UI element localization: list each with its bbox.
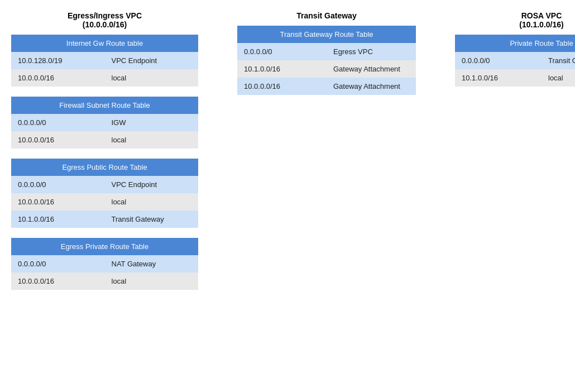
target-cell: Transit Gateway: [542, 52, 575, 69]
internet-gw-header: Internet Gw Route table: [11, 35, 198, 52]
table-row: 10.0.0.0/16 local: [11, 193, 198, 211]
private-route-table: Private Route Table 0.0.0.0/0 Transit Ga…: [455, 35, 575, 87]
cidr-cell: 10.0.0.0/16: [11, 273, 105, 290]
target-cell: local: [105, 193, 199, 211]
egress-ingress-vpc-header: Egress/Ingress VPC (10.0.0.0/16): [11, 11, 198, 29]
target-cell: local: [105, 273, 199, 290]
target-cell: VPC Endpoint: [105, 52, 199, 69]
table-row: 0.0.0.0/0 VPC Endpoint: [11, 176, 198, 193]
firewall-subnet-header: Firewall Subnet Route Table: [11, 97, 198, 114]
cidr-cell: 10.1.0.0/16: [11, 211, 105, 228]
table-row: 0.0.0.0/0 Egress VPC: [237, 43, 416, 60]
table-row: 10.1.0.0/16 local: [455, 69, 575, 87]
transit-gateway-route-table: Transit Gateway Route Table 0.0.0.0/0 Eg…: [237, 26, 416, 95]
cidr-cell: 0.0.0.0/0: [237, 43, 327, 60]
firewall-subnet-route-table: Firewall Subnet Route Table 0.0.0.0/0 IG…: [11, 97, 198, 149]
table-row: 10.0.0.0/16 local: [11, 69, 198, 87]
egress-private-route-table: Egress Private Route Table 0.0.0.0/0 NAT…: [11, 238, 198, 290]
table-row: 10.0.128.0/19 VPC Endpoint: [11, 52, 198, 69]
target-cell: VPC Endpoint: [105, 176, 199, 193]
table-row: 0.0.0.0/0 IGW: [11, 114, 198, 131]
private-route-header: Private Route Table: [455, 35, 575, 52]
cidr-cell: 10.0.0.0/16: [11, 69, 105, 87]
internet-gw-route-table: Internet Gw Route table 10.0.128.0/19 VP…: [11, 35, 198, 87]
table-row: 0.0.0.0/0 NAT Gateway: [11, 255, 198, 273]
table-row: 10.0.0.0/16 local: [11, 131, 198, 149]
target-cell: Transit Gateway: [105, 211, 199, 228]
transit-gw-route-header: Transit Gateway Route Table: [237, 26, 416, 43]
transit-gateway-header: Transit Gateway: [237, 11, 416, 20]
cidr-cell: 10.1.0.0/16: [237, 60, 327, 78]
cidr-cell: 0.0.0.0/0: [11, 255, 105, 273]
target-cell: Egress VPC: [327, 43, 416, 60]
cidr-cell: 10.1.0.0/16: [455, 69, 542, 87]
egress-public-route-table: Egress Public Route Table 0.0.0.0/0 VPC …: [11, 159, 198, 228]
cidr-cell: 0.0.0.0/0: [11, 114, 105, 131]
target-cell: local: [105, 131, 199, 149]
cidr-cell: 10.0.0.0/16: [11, 131, 105, 149]
egress-private-header: Egress Private Route Table: [11, 238, 198, 255]
table-row: 0.0.0.0/0 Transit Gateway: [455, 52, 575, 69]
cidr-cell: 0.0.0.0/0: [455, 52, 542, 69]
table-row: 10.1.0.0/16 Gateway Attachment: [237, 60, 416, 78]
cidr-cell: 10.0.128.0/19: [11, 52, 105, 69]
cidr-cell: 0.0.0.0/0: [11, 176, 105, 193]
target-cell: Gateway Attachment: [327, 60, 416, 78]
table-row: 10.1.0.0/16 Transit Gateway: [11, 211, 198, 228]
target-cell: local: [105, 69, 199, 87]
target-cell: NAT Gateway: [105, 255, 199, 273]
target-cell: local: [542, 69, 575, 87]
table-row: 10.0.0.0/16 local: [11, 273, 198, 290]
rosa-vpc-header: ROSA VPC (10.1.0.0/16): [455, 11, 575, 29]
target-cell: Gateway Attachment: [327, 78, 416, 95]
egress-public-header: Egress Public Route Table: [11, 159, 198, 176]
table-row: 10.0.0.0/16 Gateway Attachment: [237, 78, 416, 95]
cidr-cell: 10.0.0.0/16: [237, 78, 327, 95]
target-cell: IGW: [105, 114, 199, 131]
cidr-cell: 10.0.0.0/16: [11, 193, 105, 211]
